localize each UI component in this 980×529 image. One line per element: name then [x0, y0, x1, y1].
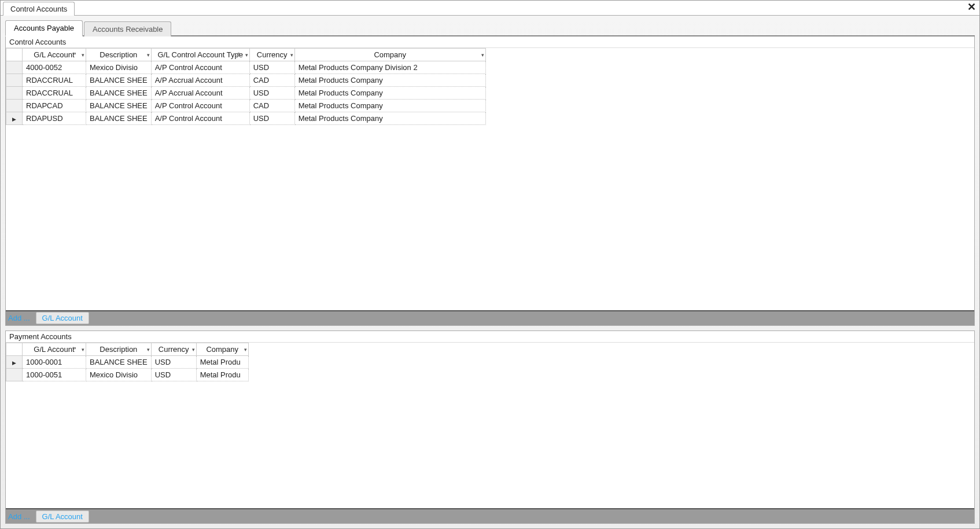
add-button[interactable]: Add ... — [8, 512, 30, 521]
cell[interactable]: BALANCE SHEE — [86, 74, 152, 87]
filter-dropdown-icon[interactable]: ▾ — [147, 52, 150, 58]
row-selector[interactable] — [6, 368, 23, 381]
gl-account-button[interactable]: G/L Account — [36, 510, 89, 523]
cell[interactable]: 1000-0001 — [23, 355, 86, 368]
table-row[interactable]: 4000-0052Mexico DivisioA/P Control Accou… — [6, 61, 486, 74]
cell[interactable]: Metal Products Company — [294, 87, 485, 100]
column-header[interactable]: Company▾ — [196, 343, 248, 355]
control-accounts-window: Control Accounts ✕ Accounts Payable Acco… — [0, 0, 980, 529]
filter-dropdown-icon[interactable]: ▾ — [290, 52, 293, 58]
outer-tab-strip: Control Accounts ✕ — [1, 1, 979, 16]
filter-dropdown-icon[interactable]: ▾ — [82, 52, 84, 58]
payment-accounts-grid: G/L Account↗▾Description▾Currency▾Compan… — [6, 343, 249, 381]
cell[interactable]: 4000-0052 — [23, 61, 86, 74]
column-header-label: Currency — [257, 50, 288, 59]
cell[interactable]: A/P Control Account — [151, 112, 249, 125]
row-selector[interactable] — [6, 87, 23, 100]
column-header-label: G/L Account — [34, 50, 74, 59]
table-row[interactable]: 1000-0051Mexico DivisioUSDMetal Produ — [6, 368, 249, 381]
cell[interactable]: A/P Accrual Account — [151, 74, 249, 87]
cell[interactable]: A/P Control Account — [151, 100, 249, 112]
payment-accounts-footer: Add ... G/L Account — [6, 508, 974, 523]
column-header[interactable]: G/L Account↗▾ — [23, 343, 86, 355]
cell[interactable]: Metal Produ — [196, 368, 248, 381]
cell[interactable]: BALANCE SHEE — [86, 100, 152, 112]
control-accounts-footer: Add ... G/L Account — [6, 310, 974, 325]
cell[interactable]: BALANCE SHEE — [86, 87, 152, 100]
row-selector[interactable] — [6, 74, 23, 87]
cell[interactable]: CAD — [249, 100, 294, 112]
cell[interactable]: Metal Products Company — [294, 112, 485, 125]
column-header[interactable]: Description▾ — [86, 343, 152, 355]
column-header[interactable]: G/L Account↗▾ — [23, 49, 86, 61]
sort-indicator-icon: ↗ — [72, 346, 76, 352]
add-button[interactable]: Add ... — [8, 314, 30, 322]
filter-dropdown-icon[interactable]: ▾ — [481, 52, 484, 58]
table-row[interactable]: RDACCRUALBALANCE SHEEA/P Accrual Account… — [6, 87, 486, 100]
table-row[interactable]: 1000-0001BALANCE SHEEUSDMetal Produ — [6, 355, 249, 368]
tab-accounts-receivable[interactable]: Accounts Receivable — [84, 21, 171, 36]
sort-indicator-icon: ↗ — [235, 51, 240, 57]
column-header-label: G/L Account — [34, 345, 74, 354]
filter-dropdown-icon[interactable]: ▾ — [244, 347, 247, 352]
row-selector[interactable] — [6, 100, 23, 112]
cell[interactable]: USD — [151, 355, 196, 368]
cell[interactable]: Metal Produ — [196, 355, 248, 368]
cell[interactable]: A/P Accrual Account — [151, 87, 249, 100]
control-accounts-grid: G/L Account↗▾Description▾G/L Control Acc… — [6, 48, 486, 125]
cell[interactable]: Mexico Divisio — [86, 61, 152, 74]
column-header[interactable]: Company▾ — [294, 49, 485, 61]
tab-accounts-payable[interactable]: Accounts Payable — [5, 20, 83, 36]
cell[interactable]: Metal Products Company — [294, 100, 485, 112]
cell[interactable]: BALANCE SHEE — [86, 112, 152, 125]
cell[interactable]: Metal Products Company — [294, 74, 485, 87]
filter-dropdown-icon[interactable]: ▾ — [147, 347, 150, 352]
payment-accounts-panel: Payment Accounts G/L Account↗▾Descriptio… — [5, 330, 975, 524]
cell[interactable]: Mexico Divisio — [86, 368, 152, 381]
column-header-label: Description — [100, 50, 137, 59]
table-row[interactable]: RDAPCADBALANCE SHEEA/P Control AccountCA… — [6, 100, 486, 112]
cell[interactable]: RDAPUSD — [23, 112, 86, 125]
filter-dropdown-icon[interactable]: ▾ — [82, 347, 84, 352]
row-selector[interactable] — [6, 355, 23, 368]
table-row[interactable]: RDAPUSDBALANCE SHEEA/P Control AccountUS… — [6, 112, 486, 125]
payment-accounts-grid-wrap[interactable]: G/L Account↗▾Description▾Currency▾Compan… — [6, 343, 974, 508]
control-accounts-panel: Control Accounts G/L Account↗▾Descriptio… — [5, 36, 975, 326]
outer-tab-control-accounts[interactable]: Control Accounts — [3, 2, 75, 16]
gl-account-button[interactable]: G/L Account — [36, 312, 89, 324]
cell[interactable]: RDACCRUAL — [23, 74, 86, 87]
cell[interactable]: USD — [249, 61, 294, 74]
filter-dropdown-icon[interactable]: ▾ — [245, 52, 248, 58]
row-selector-header — [6, 49, 23, 61]
row-selector[interactable] — [6, 112, 23, 125]
control-accounts-grid-wrap[interactable]: G/L Account↗▾Description▾G/L Control Acc… — [6, 48, 974, 310]
cell[interactable]: USD — [249, 112, 294, 125]
row-selector-header — [6, 343, 23, 355]
cell[interactable]: BALANCE SHEE — [86, 355, 152, 368]
cell[interactable]: RDAPCAD — [23, 100, 86, 112]
column-header-label: Description — [100, 345, 137, 354]
column-header[interactable]: G/L Control Account Type↗▾ — [151, 49, 249, 61]
cell[interactable]: USD — [249, 87, 294, 100]
sort-indicator-icon: ↗ — [72, 51, 76, 57]
column-header-label: Company — [206, 345, 238, 354]
cell[interactable]: USD — [151, 368, 196, 381]
tab-body: Accounts Payable Accounts Receivable Con… — [1, 16, 979, 528]
tab-label: Accounts Payable — [14, 24, 74, 32]
column-header[interactable]: Currency▾ — [151, 343, 196, 355]
cell[interactable]: A/P Control Account — [151, 61, 249, 74]
cell[interactable]: 1000-0051 — [23, 368, 86, 381]
panel-title: Control Accounts — [6, 36, 974, 48]
column-header[interactable]: Description▾ — [86, 49, 152, 61]
table-row[interactable]: RDACCRUALBALANCE SHEEA/P Accrual Account… — [6, 74, 486, 87]
close-icon[interactable]: ✕ — [967, 2, 976, 12]
cell[interactable]: Metal Products Company Division 2 — [294, 61, 485, 74]
outer-tab-label: Control Accounts — [10, 5, 67, 13]
column-header-label: G/L Control Account Type — [157, 50, 242, 59]
filter-dropdown-icon[interactable]: ▾ — [192, 347, 195, 352]
panel-title: Payment Accounts — [6, 331, 974, 343]
row-selector[interactable] — [6, 61, 23, 74]
cell[interactable]: RDACCRUAL — [23, 87, 86, 100]
cell[interactable]: CAD — [249, 74, 294, 87]
column-header[interactable]: Currency▾ — [249, 49, 294, 61]
